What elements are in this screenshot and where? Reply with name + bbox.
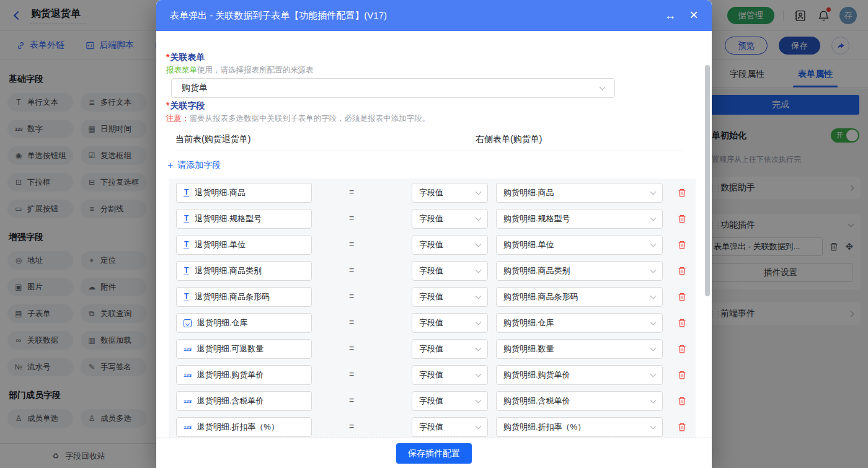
delete-row-icon[interactable] (677, 422, 687, 435)
chevron-down-icon (476, 215, 482, 221)
delete-row-icon[interactable] (677, 266, 687, 278)
delete-row-icon[interactable] (677, 214, 687, 226)
right-field-value: 购货明细.购货单价 (503, 369, 570, 381)
left-field-box[interactable]: 123 退货明细.折扣率（%） (176, 417, 312, 437)
right-field-select[interactable]: 购货明细.商品条形码 (496, 287, 663, 307)
operator-select[interactable]: 字段值 (412, 287, 488, 307)
field-type-icon: T (184, 214, 189, 223)
save-plugin-config-button[interactable]: 保存插件配置 (396, 443, 472, 464)
chevron-down-icon (476, 319, 482, 325)
left-field-box[interactable]: T 退货明细.规格型号 (176, 209, 312, 229)
operator-value: 字段值 (419, 343, 443, 355)
plus-icon: + (167, 160, 173, 171)
related-form-label: *关联表单 (166, 52, 205, 63)
left-field-label: 退货明细.规格型号 (195, 213, 262, 224)
equals-sign: = (339, 187, 364, 197)
chevron-down-icon (476, 241, 482, 247)
operator-select[interactable]: 字段值 (412, 417, 488, 437)
operator-value: 字段值 (419, 239, 443, 250)
related-fields-label: *关联字段 (166, 100, 205, 112)
add-field-label: 请添加字段 (177, 160, 221, 171)
expand-icon[interactable]: ↔ (665, 10, 676, 21)
field-type-icon: T (184, 188, 189, 197)
chevron-down-icon (600, 84, 606, 91)
operator-value: 字段值 (419, 317, 443, 329)
left-field-box[interactable]: 123 退货明细.可退数量 (176, 339, 312, 359)
right-field-select[interactable]: 购货明细.数量 (496, 339, 663, 359)
operator-select[interactable]: 字段值 (412, 365, 488, 385)
delete-row-icon[interactable] (677, 318, 687, 330)
field-mapping-row: 123 退货明细.购货单价 = 字段值 购货明细.购货单价 (169, 365, 696, 385)
related-form-value: 购货单 (182, 82, 208, 94)
mapping-column-headers: 当前表(购货退货单) 右侧表单(购货单) (175, 134, 682, 151)
right-field-select[interactable]: 购货明细.含税单价 (496, 391, 663, 411)
modal-scrollbar[interactable] (705, 65, 710, 296)
plugin-config-modal: 表单弹出 - 关联数据到子表单【功能插件配置】(V17) ↔ × *关联表单 报… (156, 0, 712, 468)
related-form-select[interactable]: 购货单 (171, 78, 615, 98)
operator-select[interactable]: 字段值 (412, 391, 488, 411)
add-field-link[interactable]: + 请添加字段 (167, 160, 221, 171)
left-field-box[interactable]: 123 退货明细.含税单价 (176, 391, 312, 411)
column-header-left: 当前表(购货退货单) (175, 134, 250, 144)
right-field-value: 购货明细.商品类别 (503, 265, 570, 276)
operator-select[interactable]: 字段值 (412, 209, 488, 229)
chevron-down-icon (650, 423, 657, 430)
operator-value: 字段值 (419, 369, 443, 381)
right-field-select[interactable]: 购货明细.商品类别 (496, 261, 663, 281)
chevron-down-icon (650, 215, 657, 221)
field-type-icon: T (184, 267, 189, 275)
equals-sign: = (339, 369, 364, 379)
right-field-value: 购货明细.仓库 (503, 317, 554, 329)
left-field-box[interactable]: 退货明细.仓库 (176, 313, 312, 333)
equals-sign: = (339, 343, 364, 353)
chevron-down-icon (476, 371, 482, 377)
operator-select[interactable]: 字段值 (412, 339, 488, 359)
delete-row-icon[interactable] (677, 370, 687, 382)
chevron-down-icon (650, 345, 657, 351)
left-field-label: 退货明细.可退数量 (197, 343, 264, 355)
delete-row-icon[interactable] (677, 344, 687, 356)
right-field-value: 购货明细.商品 (503, 187, 554, 198)
delete-row-icon[interactable] (677, 396, 687, 408)
field-type-icon: T (184, 241, 189, 249)
right-field-select[interactable]: 购货明细.商品 (496, 183, 663, 203)
delete-row-icon[interactable] (677, 188, 687, 200)
equals-sign: = (339, 291, 364, 301)
right-field-value: 购货明细.商品条形码 (503, 291, 578, 302)
delete-row-icon[interactable] (677, 292, 687, 304)
note-line: 注意：需要从报表多选数据中关联到子表单的字段，必须是报表中添加字段。 (166, 113, 430, 124)
field-mapping-row: T 退货明细.商品类别 = 字段值 购货明细.商品类别 (169, 261, 696, 281)
right-field-value: 购货明细.数量 (503, 343, 554, 355)
delete-row-icon[interactable] (677, 240, 687, 252)
left-field-box[interactable]: T 退货明细.单位 (176, 235, 312, 255)
equals-sign: = (339, 265, 364, 275)
right-field-select[interactable]: 购货明细.单位 (496, 235, 663, 255)
right-field-select[interactable]: 购货明细.折扣率（%） (496, 417, 663, 437)
modal-title: 表单弹出 - 关联数据到子表单【功能插件配置】(V17) (170, 10, 387, 22)
field-mapping-row: 123 退货明细.可退数量 = 字段值 购货明细.数量 (169, 339, 696, 359)
left-field-label: 退货明细.折扣率（%） (197, 422, 279, 433)
left-field-label: 退货明细.商品条形码 (195, 291, 270, 302)
right-field-value: 购货明细.含税单价 (503, 395, 570, 407)
close-icon[interactable]: × (689, 7, 698, 22)
left-field-label: 退货明细.商品类别 (195, 265, 262, 276)
right-field-select[interactable]: 购货明细.仓库 (496, 313, 663, 333)
right-field-select[interactable]: 购货明细.购货单价 (496, 365, 663, 385)
left-field-box[interactable]: T 退货明细.商品条形码 (176, 287, 312, 307)
operator-value: 字段值 (419, 265, 443, 276)
field-type-icon: 123 (184, 347, 192, 352)
left-field-box[interactable]: 123 退货明细.购货单价 (176, 365, 312, 385)
related-form-help: 报表菜单使用，请选择报表所配置的来源表 (166, 65, 314, 76)
modal-body: *关联表单 报表菜单使用，请选择报表所配置的来源表 购货单 *关联字段 注意：需… (156, 31, 712, 468)
chevron-down-icon (650, 189, 657, 195)
left-field-box[interactable]: T 退货明细.商品 (176, 183, 312, 203)
operator-select[interactable]: 字段值 (412, 183, 488, 203)
operator-select[interactable]: 字段值 (412, 261, 488, 281)
left-field-box[interactable]: T 退货明细.商品类别 (176, 261, 312, 281)
right-field-select[interactable]: 购货明细.规格型号 (496, 209, 663, 229)
operator-select[interactable]: 字段值 (412, 235, 488, 255)
operator-select[interactable]: 字段值 (412, 313, 488, 333)
chevron-down-icon (476, 345, 482, 351)
modal-header: 表单弹出 - 关联数据到子表单【功能插件配置】(V17) ↔ × (156, 0, 712, 31)
equals-sign: = (339, 239, 364, 249)
